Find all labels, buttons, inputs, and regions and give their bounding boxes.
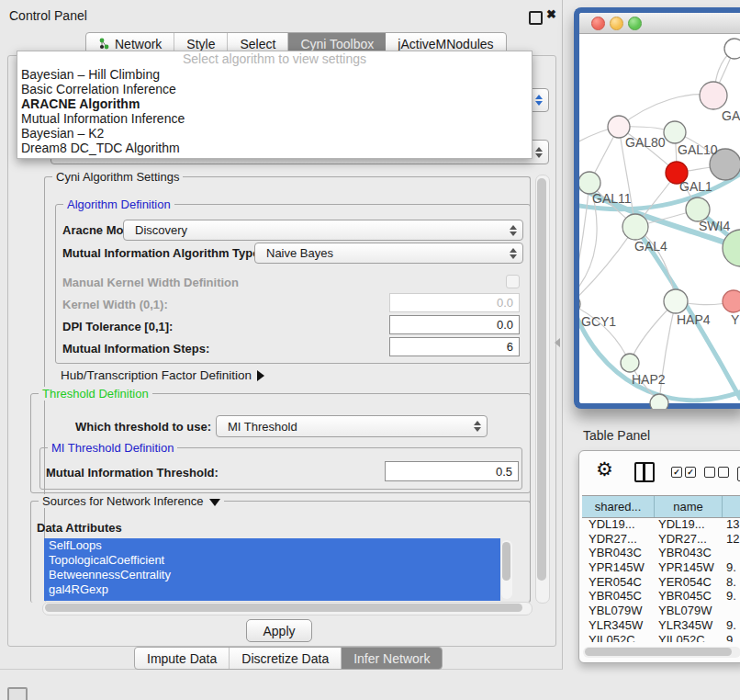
tab-impute-data[interactable]: Impute Data <box>135 648 230 669</box>
group-title: Cyni Algorithm Settings <box>52 170 183 184</box>
network-node[interactable] <box>650 394 668 409</box>
kernel-width-label: Kernel Width (0,1): <box>62 298 168 311</box>
list-item[interactable] <box>44 597 500 601</box>
node-label: GAL10 <box>678 142 718 157</box>
apply-button[interactable]: Apply <box>246 619 312 642</box>
network-node-gal10[interactable] <box>664 121 686 143</box>
dropdown-item[interactable]: Basic Correlation Inference <box>17 82 532 96</box>
node-label: GAL1 <box>679 179 712 194</box>
network-node[interactable] <box>723 290 740 312</box>
node-label: HAP2 <box>632 372 666 387</box>
dropdown-item[interactable]: Bayesian – K2 <box>17 126 532 141</box>
table-body: YDL19...YDL19...13 YDR27...YDR27...12 YB… <box>582 517 740 642</box>
mi-type-combobox[interactable]: Naive Bayes <box>254 243 523 264</box>
node-label: Y <box>731 312 740 327</box>
column-header-shared[interactable]: shared... <box>582 496 655 517</box>
node-label: HAP4 <box>677 312 711 327</box>
table-row[interactable]: YDR27...YDR27...12 <box>582 532 740 547</box>
combo-value: MI Threshold <box>228 420 297 434</box>
table-horizontal-scrollbar[interactable] <box>583 647 740 658</box>
panel-title: Control Panel <box>9 8 87 23</box>
table-panel-title: Table Panel <box>583 428 650 443</box>
table-row[interactable]: YER054CYER054C8. <box>582 575 740 590</box>
which-threshold-label: Which threshold to use: <box>75 420 211 434</box>
node-label: GAL11 <box>592 191 632 206</box>
dropdown-item[interactable]: Mutual Information Inference <box>17 111 532 126</box>
network-node[interactable] <box>700 82 727 109</box>
dpi-tolerance-field[interactable]: 0.0 <box>389 315 520 334</box>
close-icon[interactable]: ✖ <box>546 7 556 21</box>
hub-tf-expander[interactable]: Hub/Transcription Factor Definition <box>61 368 264 382</box>
table-row[interactable]: YBR043CYBR043C <box>582 546 740 560</box>
deselect-all-icon[interactable] <box>704 467 729 478</box>
stepper-icon <box>509 248 516 259</box>
table-row[interactable]: YPR145WYPR145W9. <box>582 560 740 575</box>
column-header-name[interactable]: name <box>655 496 723 517</box>
settings-horizontal-scrollbar[interactable] <box>42 602 533 615</box>
gear-icon[interactable]: ⚙ <box>596 458 613 480</box>
stepper-icon <box>534 95 542 106</box>
table-row[interactable]: YBL079WYBL079W <box>582 604 740 618</box>
network-node-gcy1[interactable] <box>579 294 580 314</box>
close-traffic-light-icon[interactable] <box>591 17 605 30</box>
mi-steps-field[interactable]: 6 <box>389 337 520 356</box>
bottom-tabs: Impute Data Discretize Data Infer Networ… <box>134 647 443 670</box>
minimize-traffic-light-icon[interactable] <box>610 17 623 30</box>
network-window-titlebar[interactable] <box>579 13 740 34</box>
node-label: GCY1 <box>581 314 616 329</box>
combo-value: Discovery <box>135 223 187 237</box>
group-title: Algorithm Definition <box>63 198 174 211</box>
column-selector-icon[interactable] <box>634 462 655 482</box>
select-all-icon[interactable]: ✓✓ <box>671 467 696 478</box>
collapse-arrow-icon <box>209 499 220 506</box>
zoom-traffic-light-icon[interactable] <box>628 17 642 30</box>
tab-label: Network <box>115 37 162 51</box>
aracne-mode-combobox[interactable]: Discovery <box>123 220 523 241</box>
table-row[interactable]: YIL052CYIL052C9 <box>582 633 740 643</box>
tab-infer-network[interactable]: Infer Network <box>342 648 442 669</box>
dropdown-item[interactable]: Bayesian – Hill Climbing <box>17 67 532 82</box>
settings-vertical-scrollbar[interactable] <box>535 175 550 604</box>
group-title: Sources for Network Inference <box>39 494 224 508</box>
float-window-icon[interactable] <box>529 11 543 25</box>
mi-threshold-field[interactable]: 0.5 <box>385 461 519 481</box>
manual-kernel-checkbox[interactable] <box>506 275 520 288</box>
network-node-hap2[interactable] <box>621 354 639 372</box>
network-node-gal4[interactable] <box>622 214 648 240</box>
list-item[interactable]: BetweennessCentrality <box>44 568 500 582</box>
table-panel-window: ⚙ ✓✓ shared... name YDL19...YDL19...13 Y… <box>578 450 740 663</box>
split-pane-handle-icon[interactable] <box>555 338 560 347</box>
table-row[interactable]: YBR045CYBR045C9. <box>582 589 740 604</box>
group-title: MI Threshold Definition <box>48 441 177 455</box>
data-attributes-list: SelfLoops TopologicalCoefficient Between… <box>44 538 500 601</box>
node-label: GAL4 <box>634 239 667 254</box>
table-row[interactable]: YLR345WYLR345W9. <box>582 618 740 633</box>
network-node[interactable] <box>724 39 740 59</box>
list-item[interactable]: gal4RGexp <box>44 582 500 597</box>
dropdown-item[interactable]: Dream8 DC_TDC Algorithm <box>17 141 532 155</box>
dropdown-item-selected[interactable]: ARACNE Algorithm <box>17 96 532 111</box>
dropdown-prompt: Select algorithm to view settings <box>17 51 532 67</box>
list-item[interactable]: TopologicalCoefficient <box>44 553 500 568</box>
table-header-row: shared... name <box>582 495 740 518</box>
hub-tf-label: Hub/Transcription Factor Definition <box>61 368 252 382</box>
mi-threshold-label: Mutual Information Threshold: <box>46 466 219 480</box>
network-canvas[interactable]: GAL GAL80 GAL10 GAL1 GAL11 SWI4 GAL4 GCY… <box>579 34 740 409</box>
manual-kernel-label: Manual Kernel Width Definition <box>62 276 239 289</box>
expander-arrow-icon <box>257 370 264 381</box>
which-threshold-combobox[interactable]: MI Threshold <box>216 415 488 437</box>
control-panel: Control Panel ✖ Network Style Select Cyn… <box>0 0 563 670</box>
list-scrollbar[interactable] <box>501 540 512 599</box>
data-attributes-label: Data Attributes <box>37 521 122 535</box>
algorithm-dropdown-popup: Select algorithm to view settings Bayesi… <box>17 51 533 159</box>
network-view-window: GAL GAL80 GAL10 GAL1 GAL11 SWI4 GAL4 GCY… <box>574 7 740 409</box>
table-row[interactable]: YDL19...YDL19...13 <box>582 517 740 532</box>
list-item[interactable]: SelfLoops <box>44 538 500 553</box>
group-title: Threshold Definition <box>39 387 152 401</box>
tab-discretize-data[interactable]: Discretize Data <box>230 648 342 669</box>
kernel-width-field[interactable]: 0.0 <box>389 293 520 312</box>
column-header[interactable] <box>723 496 740 517</box>
node-label: GAL <box>722 108 740 123</box>
network-node-hap4[interactable] <box>664 289 688 313</box>
corner-widget-icon[interactable] <box>7 687 28 700</box>
